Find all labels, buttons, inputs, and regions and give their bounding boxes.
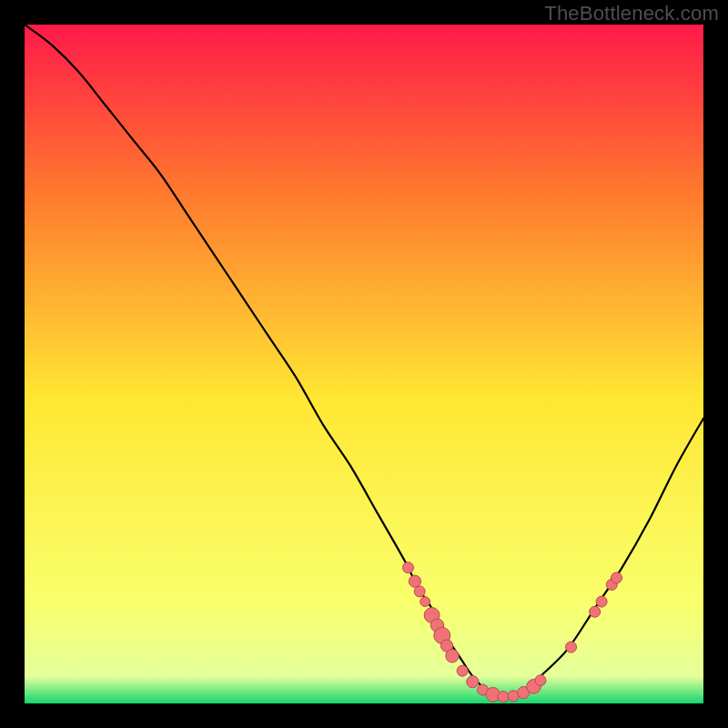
data-marker (457, 665, 468, 676)
data-marker (498, 692, 509, 703)
data-marker (566, 642, 577, 652)
watermark-label: TheBottleneck.com (544, 2, 719, 25)
data-marker (590, 606, 601, 617)
data-marker (467, 676, 479, 688)
data-marker (446, 650, 459, 662)
data-marker (535, 675, 546, 686)
data-marker (414, 586, 425, 597)
data-marker (420, 597, 430, 607)
data-marker (402, 562, 413, 573)
data-marker (409, 575, 420, 587)
data-marker (596, 596, 607, 607)
plot-area (25, 25, 703, 703)
data-marker (612, 572, 622, 583)
chart-frame: TheBottleneck.com (0, 0, 728, 728)
curve-layer (25, 25, 703, 703)
marker-group (402, 562, 622, 703)
